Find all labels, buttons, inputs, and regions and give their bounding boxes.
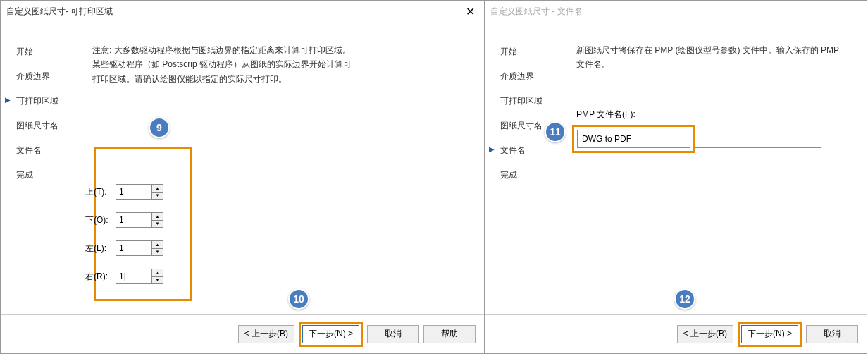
spin-down-icon[interactable]: ▼: [152, 221, 163, 228]
description-text: 注意: 大多数驱动程序根据与图纸边界的指定距离来计算可打印区域。某些驱动程序（如…: [92, 43, 353, 86]
dialog-body: 开始 介质边界 可打印区域 图纸尺寸名 文件名 完成 注意: 大多数驱动程序根据…: [1, 23, 484, 314]
dialog-body: 开始 介质边界 可打印区域 图纸尺寸名 文件名 完成 新图纸尺寸将保存在 PMP…: [485, 23, 867, 314]
spin-up-icon[interactable]: ▲: [152, 185, 163, 193]
sidebar-item-papername[interactable]: 图纸尺寸名: [15, 120, 78, 132]
wizard-sidebar: 开始 介质边界 可打印区域 图纸尺寸名 文件名 完成: [15, 46, 78, 307]
help-button[interactable]: 帮助: [423, 325, 476, 343]
sidebar-item-finish[interactable]: 完成: [499, 169, 562, 181]
spin-down-icon[interactable]: ▼: [152, 277, 163, 284]
dialog-printable-area: 自定义图纸尺寸- 可打印区域 ✕ 开始 介质边界 可打印区域 图纸尺寸名 文件名…: [0, 0, 485, 354]
margin-left-input[interactable]: [116, 241, 151, 255]
dialog-filename: 自定义图纸尺寸 - 文件名 开始 介质边界 可打印区域 图纸尺寸名 文件名 完成…: [485, 0, 867, 354]
margin-row-bottom: 下(O): ▲ ▼: [85, 212, 163, 228]
margin-label-left: 左(L):: [85, 243, 110, 255]
spinner-buttons: ▲ ▼: [151, 185, 163, 199]
margin-row-top: 上(T): ▲ ▼: [85, 184, 163, 200]
margin-top-input[interactable]: [116, 185, 151, 199]
spin-up-icon[interactable]: ▲: [152, 269, 163, 277]
pmp-filename-input-left[interactable]: DWG to PDF: [577, 130, 690, 148]
margin-label-bottom: 下(O):: [85, 214, 110, 226]
back-button[interactable]: < 上一步(B): [677, 325, 733, 343]
back-button[interactable]: < 上一步(B): [238, 325, 294, 343]
margin-right-input[interactable]: [116, 269, 151, 283]
sidebar-item-start[interactable]: 开始: [499, 46, 562, 58]
sidebar-item-media[interactable]: 介质边界: [15, 71, 78, 83]
titlebar: 自定义图纸尺寸 - 文件名: [485, 1, 867, 23]
margin-label-top: 上(T):: [85, 186, 110, 198]
spin-down-icon[interactable]: ▼: [152, 193, 163, 200]
next-button-highlight: 下一步(N) >: [299, 322, 363, 347]
description-text: 新图纸尺寸将保存在 PMP (绘图仪型号参数) 文件中。输入保存的 PMP 文件…: [576, 43, 844, 72]
dialog-footer: < 上一步(B) 下一步(N) > 取消 帮助: [1, 314, 484, 353]
margin-left-spinner[interactable]: ▲ ▼: [116, 240, 163, 256]
pmp-filename-input-right[interactable]: [695, 130, 822, 148]
spin-up-icon[interactable]: ▲: [152, 213, 163, 221]
spin-up-icon[interactable]: ▲: [152, 241, 163, 249]
sidebar-item-filename[interactable]: 文件名: [15, 145, 78, 157]
pmp-input-highlight: DWG to PDF: [572, 125, 695, 153]
sidebar-item-printable[interactable]: 可打印区域: [499, 95, 562, 107]
pmp-filename-label: PMP 文件名(F):: [576, 109, 852, 121]
window-title: 自定义图纸尺寸- 可打印区域: [6, 6, 113, 18]
close-icon[interactable]: ✕: [461, 4, 478, 20]
margin-right-spinner[interactable]: ▲ ▼: [116, 269, 163, 284]
margin-row-left: 左(L): ▲ ▼: [85, 240, 163, 256]
margin-bottom-input[interactable]: [116, 213, 151, 227]
titlebar: 自定义图纸尺寸- 可打印区域 ✕: [1, 1, 484, 23]
margin-top-spinner[interactable]: ▲ ▼: [116, 184, 163, 200]
annotation-badge-9: 9: [149, 117, 170, 138]
annotation-badge-11: 11: [545, 121, 566, 142]
sidebar-item-finish[interactable]: 完成: [15, 169, 78, 181]
dialog-footer: < 上一步(B) 下一步(N) > 取消: [485, 314, 867, 353]
sidebar-item-filename[interactable]: 文件名: [499, 145, 562, 157]
cancel-button[interactable]: 取消: [367, 325, 419, 343]
annotation-badge-12: 12: [674, 288, 695, 310]
spinner-buttons: ▲ ▼: [151, 213, 163, 227]
cancel-button[interactable]: 取消: [806, 325, 858, 343]
sidebar-item-media[interactable]: 介质边界: [499, 71, 562, 83]
sidebar-item-printable[interactable]: 可打印区域: [15, 95, 78, 107]
content-area: 新图纸尺寸将保存在 PMP (绘图仪型号参数) 文件中。输入保存的 PMP 文件…: [562, 43, 852, 307]
spinner-buttons: ▲ ▼: [151, 241, 163, 255]
window-title: 自定义图纸尺寸 - 文件名: [490, 6, 583, 18]
spinner-buttons: ▲ ▼: [151, 269, 163, 283]
annotation-badge-10: 10: [288, 288, 309, 310]
margin-bottom-spinner[interactable]: ▲ ▼: [116, 212, 163, 228]
content-area: 注意: 大多数驱动程序根据与图纸边界的指定距离来计算可打印区域。某些驱动程序（如…: [78, 43, 470, 307]
margin-label-right: 右(R):: [85, 271, 110, 283]
spin-down-icon[interactable]: ▼: [152, 249, 163, 256]
next-button-highlight: 下一步(N) >: [738, 322, 802, 347]
pmp-filename-value: DWG to PDF: [582, 134, 631, 144]
next-button[interactable]: 下一步(N) >: [741, 325, 798, 343]
margin-row-right: 右(R): ▲ ▼: [85, 269, 163, 284]
next-button[interactable]: 下一步(N) >: [302, 325, 359, 343]
wizard-sidebar: 开始 介质边界 可打印区域 图纸尺寸名 文件名 完成: [499, 46, 562, 307]
sidebar-item-start[interactable]: 开始: [15, 46, 78, 58]
